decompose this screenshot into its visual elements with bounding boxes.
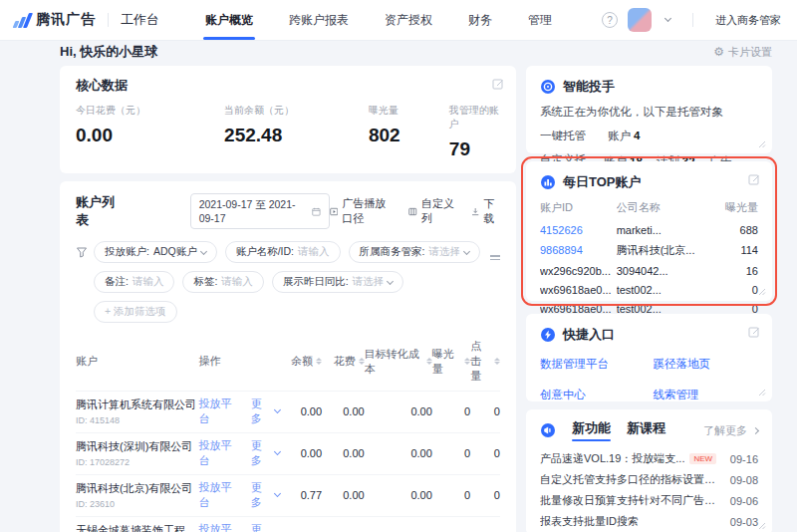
column-header[interactable]: 余额	[279, 339, 322, 384]
account-cell: 腾讯科技(深圳)有限公司 ID: 17028272	[76, 439, 199, 467]
top-account-id[interactable]: wx69618ae0...	[540, 303, 617, 315]
sort-icon[interactable]	[494, 358, 500, 365]
avatar[interactable]	[628, 8, 652, 32]
column-header[interactable]: 点击量	[470, 339, 500, 384]
stat-item: 我管理的账户 79	[449, 104, 500, 160]
nav-tab[interactable]: 资产授权	[385, 0, 432, 40]
platform-link[interactable]: 投放平台	[199, 522, 241, 532]
quick-link[interactable]: 数据管理平台	[540, 357, 646, 372]
news-item-date: 09-08	[720, 474, 758, 486]
top-account-row: 9868894 腾讯科技(北京... 114	[540, 239, 758, 261]
resize-handle[interactable]	[758, 522, 766, 530]
news-tab[interactable]: 新课程	[627, 419, 665, 441]
platform-link[interactable]: 投放平台	[199, 438, 241, 468]
operations-cell: 投放平台 更多	[199, 397, 280, 426]
more-dropdown[interactable]: 更多	[251, 397, 280, 426]
cost-cell: 0.00	[322, 405, 365, 417]
col-company: 公司名称	[617, 200, 706, 215]
platform-link[interactable]: 投放平台	[199, 397, 241, 426]
nav-tab[interactable]: 跨账户报表	[289, 0, 349, 40]
stat-label: 今日花费（元）	[76, 104, 224, 118]
divider	[108, 13, 109, 27]
edit-icon[interactable]	[748, 324, 760, 342]
enter-business-manager-link[interactable]: 进入商务管家	[715, 13, 781, 28]
quick-link[interactable]: 创意中心	[540, 388, 646, 402]
workspace-link[interactable]: 工作台	[121, 11, 159, 29]
bar-chart-icon	[540, 174, 556, 190]
table-body: 腾讯计算机系统有限公司 ID: 415148 投放平台 更多	[76, 391, 500, 532]
balance-cell: 0.00	[279, 447, 322, 459]
top-account-id[interactable]: wx69618ae0...	[540, 284, 617, 296]
filter-pill[interactable]: 投放账户: ADQ账户	[94, 241, 217, 263]
news-item-text: 报表支持批量ID搜索	[540, 514, 639, 529]
target-cpa-cell: 0.00	[365, 447, 432, 459]
more-filters-icon[interactable]	[490, 255, 500, 260]
top-navbar: 腾讯广告 工作台 账户概览 跨账户报表 资产授权 财务 管理 ? 进入商务管家	[0, 0, 797, 40]
news-item-text: 产品速递VOL.19：投放端支...	[540, 451, 684, 466]
top-account-row: wx296c920b... 3094042... 16	[540, 261, 758, 280]
operations-cell: 投放平台 更多	[199, 438, 280, 468]
resize-handle[interactable]	[758, 288, 766, 296]
resize-handle[interactable]	[758, 140, 766, 148]
add-filter-button[interactable]: + 添加筛选项	[94, 301, 177, 323]
more-dropdown[interactable]: 更多	[251, 522, 280, 532]
tencent-ads-logo-icon[interactable]	[14, 13, 30, 28]
filter-value: 请输入	[298, 245, 330, 259]
top-account-company: test002...	[617, 303, 706, 315]
top-account-impressions: 16	[705, 265, 758, 277]
platform-link[interactable]: 投放平台	[199, 480, 241, 510]
news-item[interactable]: 产品速递VOL.19：投放端支... NEW 09-16	[540, 448, 758, 469]
nav-tab[interactable]: 管理	[528, 0, 552, 40]
edit-icon[interactable]	[492, 76, 504, 94]
column-header[interactable]: 曝光量	[432, 339, 470, 384]
filter-label: 账户名称/ID:	[236, 245, 294, 259]
card-settings-button[interactable]: ⚙ 卡片设置	[713, 45, 772, 60]
news-tab[interactable]: 新功能	[572, 419, 611, 441]
greeting-text: Hi, 快乐的小星球	[60, 43, 157, 61]
clicks-cell: 0	[470, 405, 500, 417]
stat-value: 252.48	[224, 125, 369, 146]
quick-link[interactable]: 蹊径落地页	[654, 357, 759, 372]
filter-value: 请输入	[133, 275, 164, 289]
learn-more-link[interactable]: 了解更多	[703, 423, 758, 438]
filter-pills: 投放账户: ADQ账户 账户名称/ID: 请输入	[94, 241, 480, 323]
impressions-cell: 0	[432, 405, 470, 417]
custom-columns-button[interactable]: 自定义列	[408, 196, 454, 226]
filter-bar: 投放账户: ADQ账户 账户名称/ID: 请输入	[76, 241, 500, 323]
column-header[interactable]: 花费	[322, 339, 365, 384]
download-button[interactable]: 下载	[471, 196, 500, 226]
logo-text[interactable]: 腾讯广告	[36, 11, 96, 29]
filter-pill[interactable]: 备注: 请输入	[94, 271, 174, 293]
lightning-icon	[540, 327, 556, 343]
nav-tab[interactable]: 账户概览	[205, 0, 253, 40]
news-item[interactable]: 批量修改日预算支持针对不同广告指... 09-06	[540, 490, 758, 511]
top-account-id[interactable]: wx296c920b...	[540, 265, 617, 277]
filter-pill[interactable]: 展示昨日同比: 请选择	[272, 271, 403, 293]
filter-value: 请选择	[428, 245, 460, 259]
calendar-icon	[312, 206, 321, 217]
more-dropdown[interactable]: 更多	[251, 438, 280, 468]
top-account-row: wx69618ae0... test002... 0	[540, 280, 758, 299]
filter-pill[interactable]: 所属商务管家: 请选择	[349, 241, 480, 263]
filter-pill[interactable]: 标签: 请输入	[182, 271, 263, 293]
column-header[interactable]: 操作	[199, 339, 280, 384]
column-header[interactable]: 目标转化成本	[365, 339, 432, 384]
help-icon[interactable]: ?	[602, 12, 618, 28]
resize-handle[interactable]	[758, 389, 766, 397]
column-header[interactable]: 账户	[76, 339, 199, 384]
ad-play-caliber-button[interactable]: 广告播放口径	[330, 196, 394, 226]
chevron-down-icon[interactable]	[664, 14, 671, 21]
list-toolbar: 广告播放口径 自定义列 下载	[330, 196, 500, 226]
news-item[interactable]: 自定义托管支持多口径的指标设置以... 09-08	[540, 469, 758, 490]
date-range-picker[interactable]: 2021-09-17 至 2021-09-17	[190, 193, 330, 229]
stat-value: 802	[369, 125, 449, 146]
smart-pilot-card: 智能投手 系统正在为你优化，以下是托管对象 一键托管 账户4 自定义托管 账户1…	[526, 66, 772, 153]
more-dropdown[interactable]: 更多	[251, 480, 280, 510]
top-account-id[interactable]: 9868894	[540, 244, 617, 256]
filter-pill[interactable]: 账户名称/ID: 请输入	[225, 241, 341, 263]
nav-tab[interactable]: 财务	[468, 0, 492, 40]
quick-link[interactable]: 线索管理	[654, 388, 759, 402]
news-item[interactable]: 报表支持批量ID搜索 09-03	[540, 511, 758, 532]
top-account-id[interactable]: 4152626	[540, 224, 617, 236]
edit-icon[interactable]	[748, 171, 760, 189]
